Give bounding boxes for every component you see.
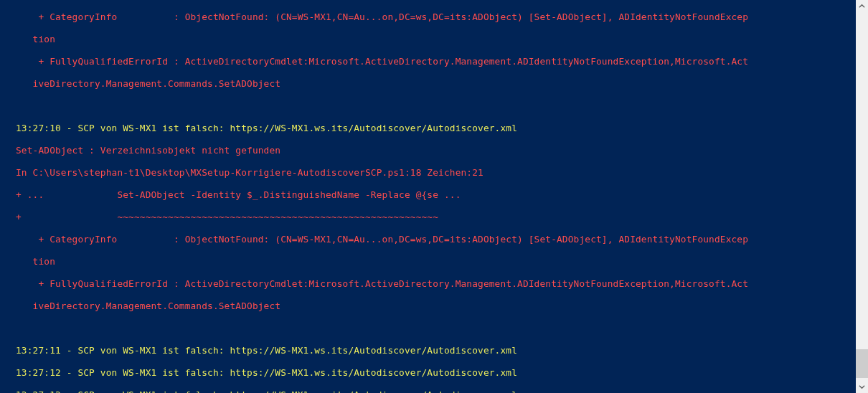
error-line: Set-ADObject : Verzeichnisobjekt nicht g… [16, 145, 856, 156]
scp-warn-line: 13:27:10 - SCP von WS-MX1 ist falsch: ht… [16, 123, 856, 134]
error-line: + CategoryInfo : ObjectNotFound: (CN=WS-… [16, 11, 856, 23]
console-output[interactable]: + CategoryInfo : ObjectNotFound: (CN=WS-… [0, 0, 856, 393]
blank-line [16, 100, 856, 112]
error-line: iveDirectory.Management.Commands.SetADOb… [16, 300, 856, 312]
scp-warn-line: 13:27:12 - SCP von WS-MX1 ist falsch: ht… [16, 367, 856, 379]
error-line: + FullyQualifiedErrorId : ActiveDirector… [16, 56, 856, 67]
error-line: + ~~~~~~~~~~~~~~~~~~~~~~~~~~~~~~~~~~~~~~… [16, 212, 856, 223]
blank-line [16, 323, 856, 334]
scp-warn-line: 13:27:13 - SCP von WS-MX1 ist falsch: ht… [16, 389, 856, 394]
error-line: + FullyQualifiedErrorId : ActiveDirector… [16, 278, 856, 290]
error-line: In C:\Users\stephan-t1\Desktop\MXSetup-K… [16, 167, 856, 179]
scp-warn-line: 13:27:11 - SCP von WS-MX1 ist falsch: ht… [16, 345, 856, 356]
chevron-down-icon [859, 384, 865, 390]
scroll-down-button[interactable] [856, 381, 868, 393]
error-line: + CategoryInfo : ObjectNotFound: (CN=WS-… [16, 234, 856, 245]
scroll-up-button[interactable] [856, 0, 868, 12]
scrollbar-track[interactable] [856, 12, 868, 381]
vertical-scrollbar[interactable] [856, 0, 868, 393]
powershell-console-window: + CategoryInfo : ObjectNotFound: (CN=WS-… [0, 0, 868, 393]
error-line: iveDirectory.Management.Commands.SetADOb… [16, 78, 856, 90]
error-line: tion [16, 256, 856, 267]
error-line: + ... Set-ADObject -Identity $_.Distingu… [16, 189, 856, 201]
scrollbar-thumb[interactable] [856, 349, 868, 378]
chevron-up-icon [859, 3, 865, 9]
error-line: tion [16, 34, 856, 45]
